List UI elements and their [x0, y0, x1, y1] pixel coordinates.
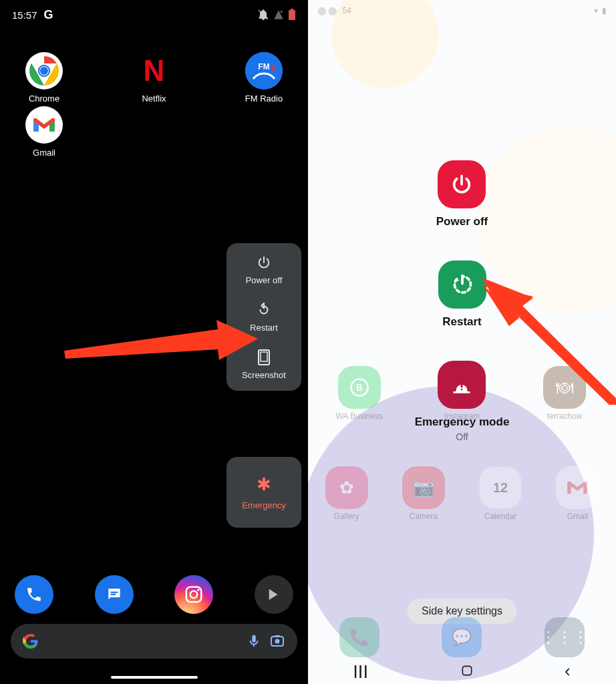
nav-home[interactable]: [460, 664, 474, 677]
app-label: Gmail: [33, 148, 55, 158]
restart-icon: [255, 301, 273, 319]
svg-point-26: [461, 389, 463, 391]
google-g-icon: [23, 633, 39, 649]
svg-rect-13: [110, 592, 118, 593]
svg-rect-30: [462, 666, 471, 675]
gmail-icon: [25, 106, 63, 144]
signal-no-sim-icon: x: [273, 9, 284, 20]
power-off-label: Power off: [246, 275, 283, 285]
app-label: FM Radio: [245, 94, 283, 104]
svg-rect-11: [261, 352, 267, 361]
dock-messages[interactable]: [95, 575, 134, 614]
app-netflix[interactable]: N Netflix: [121, 52, 188, 104]
emergency-icon: ✱: [257, 474, 271, 495]
app-label: Chrome: [29, 94, 59, 104]
restart-label: Restart: [442, 315, 482, 329]
svg-rect-20: [275, 635, 280, 637]
search-bar[interactable]: [11, 624, 297, 659]
nav-recents[interactable]: |||: [353, 663, 369, 679]
app-gmail[interactable]: Gmail: [11, 106, 78, 158]
screenshot-icon: [255, 349, 273, 366]
google-indicator: G: [44, 8, 53, 22]
restart-button[interactable]: Restart: [438, 261, 486, 329]
power-icon: [438, 160, 486, 208]
emergency-mode-button[interactable]: Emergency mode Off: [415, 361, 510, 442]
wifi-icon: ▾: [594, 6, 598, 15]
svg-rect-2: [291, 9, 293, 10]
calendar-icon: 12: [479, 466, 522, 509]
dock-phone[interactable]: [15, 575, 53, 614]
svg-rect-1: [289, 10, 295, 20]
netflix-icon: N: [136, 52, 173, 90]
power-off-button[interactable]: Power off: [246, 254, 283, 285]
emergency-mode-state: Off: [456, 432, 468, 442]
status-time: 54: [342, 6, 351, 15]
device-stock-android: 15:57 G x Chr: [0, 0, 308, 684]
app-chrome[interactable]: Chrome: [11, 52, 78, 104]
emergency-button[interactable]: ✱ Emergency: [226, 457, 301, 528]
power-off-label: Power off: [436, 215, 488, 228]
battery-icon: ▮: [602, 6, 607, 15]
emergency-mode-icon: [438, 361, 486, 409]
dock-messages: 💬: [442, 617, 482, 657]
gallery-icon: ✿: [325, 466, 368, 509]
power-off-button[interactable]: Power off: [436, 160, 488, 228]
dock-instagram[interactable]: [174, 575, 213, 614]
svg-point-17: [198, 589, 200, 591]
dock-play[interactable]: [255, 575, 293, 614]
dock-apps: ⋮⋮⋮: [545, 617, 585, 657]
status-bar: 15:57 G x: [0, 0, 308, 29]
restart-icon: [438, 261, 486, 309]
app-fmradio[interactable]: FM FM Radio: [230, 52, 297, 104]
restart-button[interactable]: Restart: [250, 301, 278, 333]
emergency-label: Emergency: [242, 500, 286, 510]
svg-rect-14: [110, 594, 116, 595]
lens-icon[interactable]: [269, 633, 285, 649]
svg-point-19: [275, 639, 280, 644]
svg-point-7: [40, 67, 48, 75]
fmradio-icon: FM: [245, 52, 283, 90]
device-samsung-oneui: ⬤ ⬤ 54 ▾ ▮ BWA Business Instagram 🍽terra…: [308, 0, 616, 684]
camera-icon: 📷: [402, 466, 445, 509]
restart-label: Restart: [250, 323, 278, 333]
svg-text:FM: FM: [258, 62, 269, 71]
dock-faded: 📞 💬 ⋮⋮⋮: [308, 617, 616, 657]
power-menu: Power off Restart Screenshot: [226, 243, 301, 391]
nav-back[interactable]: ‹: [565, 661, 571, 681]
status-bar: ⬤ ⬤ 54 ▾ ▮: [308, 0, 616, 21]
emergency-mode-label: Emergency mode: [415, 415, 510, 429]
nav-bar: ||| ‹: [308, 661, 616, 680]
dock-phone: 📞: [339, 617, 379, 657]
dock: [0, 575, 308, 614]
gesture-nav-pill[interactable]: [111, 676, 198, 679]
svg-point-16: [190, 591, 198, 598]
power-menu: Power off Restart Emergency mode Off: [308, 160, 616, 442]
screenshot-button[interactable]: Screenshot: [242, 349, 286, 380]
svg-text:x: x: [281, 9, 283, 13]
dnd-off-icon: [257, 9, 269, 21]
app-label: Netflix: [142, 94, 166, 104]
gmail-icon: [556, 466, 599, 509]
home-grid: Chrome N Netflix FM FM Radio: [0, 47, 308, 163]
side-key-label: Side key settings: [422, 605, 502, 617]
screenshot-label: Screenshot: [242, 370, 286, 380]
status-time: 15:57: [12, 9, 37, 21]
home-row-faded: ✿Gallery 📷Camera 12Calendar Gmail: [308, 466, 616, 521]
battery-icon: [288, 9, 296, 21]
chrome-icon: [25, 52, 63, 90]
svg-rect-25: [461, 383, 463, 387]
mic-icon[interactable]: [247, 634, 261, 649]
power-icon: [255, 254, 273, 271]
